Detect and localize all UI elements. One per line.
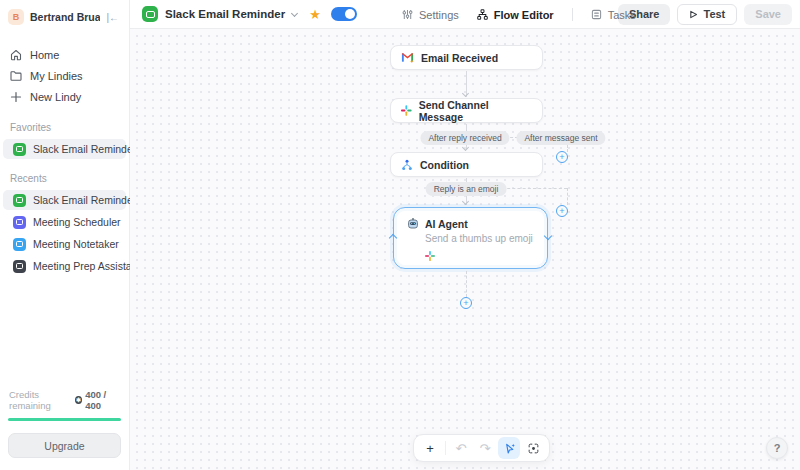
recent-item-slack-email-reminder[interactable]: Slack Email Reminder: [3, 190, 126, 210]
sliders-icon: [402, 9, 413, 20]
edge-arrowhead: [462, 198, 469, 205]
node-title: AI Agent: [425, 218, 468, 230]
sidebar-item-home[interactable]: Home: [0, 44, 129, 65]
enable-toggle[interactable]: [331, 7, 357, 21]
edge-dashed: [502, 188, 567, 189]
tab-flow-editor[interactable]: Flow Editor: [477, 9, 554, 21]
lindy-indigo-icon: [13, 216, 26, 229]
chevron-down-icon[interactable]: [291, 9, 298, 16]
workspace-switcher[interactable]: B Bertrand Bruandet's... |←: [0, 6, 129, 28]
lindy-app-icon: [142, 6, 158, 22]
lindy-dark-icon: [13, 260, 26, 273]
lindy-green-icon: [13, 143, 26, 156]
recent-item-label: Meeting Scheduler: [33, 216, 121, 228]
edge-dashed: [567, 188, 568, 205]
sidebar-item-my-lindies[interactable]: My Lindies: [0, 65, 129, 86]
fit-view-button[interactable]: [522, 437, 544, 459]
svg-text:+: +: [410, 58, 414, 63]
credits-remaining: Credits remaining ✱ 400 / 400: [0, 389, 129, 411]
edge-label-after-message-sent[interactable]: After message sent: [516, 131, 605, 145]
header-divider: [572, 8, 573, 21]
node-ai-agent[interactable]: AI Agent Send a thumbs up emoji: [393, 207, 548, 269]
redo-button[interactable]: ↷: [474, 437, 496, 459]
add-step-plus-icon[interactable]: +: [556, 205, 568, 217]
flow-title: Slack Email Reminder: [165, 8, 285, 20]
recent-item-label: Meeting Prep Assistant: [33, 260, 140, 272]
favorite-star-icon[interactable]: ★: [309, 7, 321, 22]
edge-arrowhead: [462, 90, 469, 97]
recent-item-meeting-notetaker[interactable]: Meeting Notetaker: [3, 234, 126, 254]
collapse-sidebar-icon[interactable]: |←: [106, 12, 121, 23]
home-icon: [10, 49, 22, 61]
sidebar-item-new-lindy[interactable]: New Lindy: [0, 86, 129, 107]
gmail-icon: +: [401, 52, 414, 63]
sidebar-item-label: My Lindies: [30, 70, 83, 82]
credits-progress-bar: [8, 418, 121, 421]
favorites-section-label: Favorites: [0, 122, 129, 133]
ai-agent-card: AI Agent Send a thumbs up emoji: [397, 211, 544, 265]
lindy-blue-icon: [13, 238, 26, 251]
test-button-label: Test: [703, 8, 725, 20]
ai-select-tool-button[interactable]: [498, 437, 520, 459]
tab-label: Tasks: [608, 9, 636, 21]
fit-view-icon: [527, 442, 540, 455]
top-header: Slack Email Reminder ★ Settings Flow Edi…: [130, 0, 800, 29]
tab-label: Flow Editor: [494, 9, 554, 21]
add-node-button[interactable]: +: [419, 437, 441, 459]
node-email-received[interactable]: + Email Received: [390, 45, 543, 70]
favorite-item-label: Slack Email Reminder: [33, 143, 136, 155]
test-button[interactable]: Test: [677, 4, 737, 25]
credits-value: 400 / 400: [85, 389, 120, 411]
edge-label-after-reply-received[interactable]: After reply received: [420, 131, 509, 145]
node-title: Email Received: [421, 52, 498, 64]
edge-dashed: [466, 271, 467, 297]
move-up-arrow-icon[interactable]: [389, 234, 397, 242]
node-condition[interactable]: Condition: [390, 152, 543, 177]
main-area: Slack Email Reminder ★ Settings Flow Edi…: [130, 0, 800, 470]
flow-canvas[interactable]: + Email Received Send Channel Message Af…: [130, 29, 800, 470]
save-button[interactable]: Save: [744, 4, 792, 25]
tab-settings[interactable]: Settings: [402, 9, 459, 21]
recent-item-meeting-scheduler[interactable]: Meeting Scheduler: [3, 212, 126, 232]
toolbar-divider: [445, 441, 446, 455]
folder-icon: [10, 70, 22, 82]
robot-icon: [407, 218, 419, 230]
sidebar-nav: Home My Lindies New Lindy: [0, 44, 129, 107]
node-subtitle: Send a thumbs up emoji: [425, 233, 534, 244]
favorite-item-slack-email-reminder[interactable]: Slack Email Reminder: [3, 139, 126, 159]
plus-icon: [10, 91, 22, 103]
recent-item-label: Meeting Notetaker: [33, 238, 119, 250]
recent-item-meeting-prep-assistant[interactable]: Meeting Prep Assistant: [3, 256, 126, 276]
workspace-avatar: B: [8, 9, 24, 25]
lindy-green-icon: [13, 194, 26, 207]
slack-icon: [401, 105, 412, 116]
slack-icon: [425, 251, 435, 261]
sidebar-item-label: Home: [30, 49, 59, 61]
tab-tasks[interactable]: Tasks: [591, 9, 636, 21]
branch-icon: [401, 159, 413, 171]
tab-label: Settings: [419, 9, 459, 21]
credits-label: Credits remaining: [9, 389, 75, 411]
node-title: Condition: [420, 159, 469, 171]
play-icon: [689, 10, 698, 19]
help-button[interactable]: ?: [766, 437, 788, 459]
ai-cursor-icon: [503, 442, 516, 455]
recents-section-label: Recents: [0, 173, 129, 184]
undo-button[interactable]: ↶: [450, 437, 472, 459]
edge-label-reply-is-an-emoji[interactable]: Reply is an emoji: [426, 182, 507, 196]
credit-coin-icon: ✱: [75, 396, 82, 404]
recent-item-label: Slack Email Reminder: [33, 194, 136, 206]
upgrade-button[interactable]: Upgrade: [8, 433, 121, 458]
header-actions: Share Test Save: [618, 4, 792, 25]
canvas-toolbar: + ↶ ↷: [413, 434, 550, 462]
header-tabs: Settings Flow Editor Tasks: [402, 0, 636, 29]
tasks-icon: [591, 9, 602, 20]
edge-arrowhead: [462, 144, 469, 151]
move-down-arrow-icon[interactable]: [544, 232, 552, 240]
add-step-plus-icon[interactable]: +: [556, 151, 568, 163]
add-step-plus-icon[interactable]: +: [460, 297, 472, 309]
node-send-channel-message[interactable]: Send Channel Message: [390, 98, 543, 123]
sidebar-item-label: New Lindy: [30, 91, 81, 103]
sidebar: B Bertrand Bruandet's... |← Home My Lind…: [0, 0, 130, 470]
app-window: B Bertrand Bruandet's... |← Home My Lind…: [0, 0, 800, 470]
